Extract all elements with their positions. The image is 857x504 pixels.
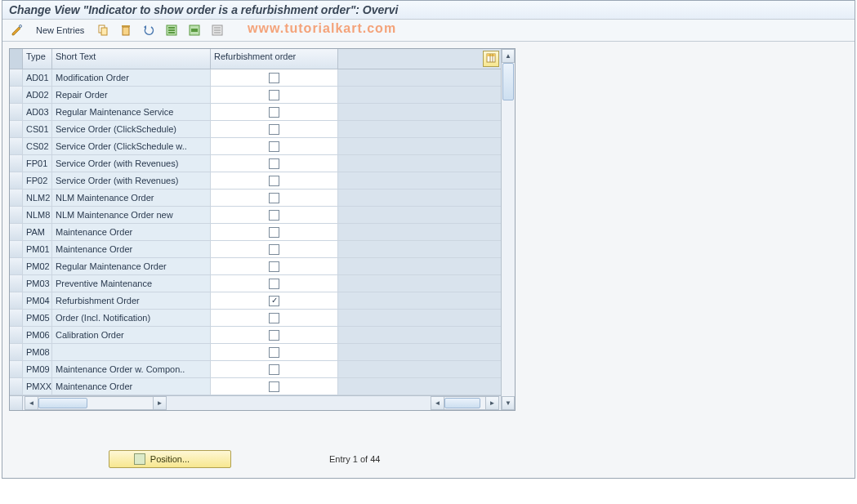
vscroll-down-btn[interactable]: ▼ [502,396,515,410]
table-row[interactable]: AD03Regular Maintenance Service [10,104,501,121]
row-selector[interactable] [10,155,23,172]
refurbishment-checkbox[interactable] [269,107,279,118]
cell-refurbishment[interactable] [211,361,338,377]
cell-short-text[interactable]: Service Order (ClickSchedule) [52,121,211,137]
hscroll-left-thumb[interactable] [38,398,87,408]
hscroll-right-group[interactable]: ◄ ► [431,396,499,410]
cell-refurbishment[interactable] [211,172,338,189]
select-block-button[interactable] [185,22,204,38]
cell-type[interactable]: PM01 [23,241,52,257]
cell-short-text[interactable]: NLM Maintenance Order new [52,207,211,223]
refurbishment-checkbox[interactable] [269,330,279,341]
table-row[interactable]: PMXXMaintenance Order [10,378,501,395]
cell-short-text[interactable]: Service Order (with Revenues) [52,155,211,172]
row-selector-header[interactable] [10,49,23,69]
cell-short-text[interactable]: Refurbishment Order [52,292,211,309]
column-header-type[interactable]: Type [23,49,52,69]
cell-type[interactable]: PMXX [23,378,52,395]
copy-as-button[interactable] [93,22,113,38]
cell-short-text[interactable]: Maintenance Order [52,224,211,240]
hscroll-left-group[interactable]: ◄ ► [25,396,167,410]
cell-type[interactable]: AD02 [23,87,52,103]
cell-type[interactable]: PM09 [23,361,52,377]
cell-type[interactable]: PM03 [23,275,52,292]
refurbishment-checkbox[interactable] [269,279,279,289]
table-row[interactable]: PM02Regular Maintenance Order [10,258,501,275]
refurbishment-checkbox[interactable] [269,210,279,221]
refurbishment-checkbox[interactable] [269,364,279,375]
deselect-all-button[interactable] [208,22,227,38]
table-row[interactable]: PM09Maintenance Order w. Compon.. [10,361,501,378]
row-selector[interactable] [10,344,23,360]
vscroll-up-btn[interactable]: ▲ [502,49,515,63]
table-row[interactable]: PM08 [10,344,501,361]
cell-short-text[interactable]: Preventive Maintenance [52,275,211,292]
select-all-button[interactable] [162,22,181,38]
cell-type[interactable]: FP02 [23,172,52,189]
cell-short-text[interactable]: Repair Order [52,87,211,103]
table-row[interactable]: PM06Calibration Order [10,327,501,344]
cell-type[interactable]: FP01 [23,155,52,172]
cell-refurbishment[interactable] [211,69,338,86]
cell-refurbishment[interactable] [211,87,338,103]
vscroll-track[interactable] [502,63,515,396]
refurbishment-checkbox[interactable] [269,313,279,323]
cell-type[interactable]: PM06 [23,327,52,343]
cell-refurbishment[interactable] [211,344,338,360]
refurbishment-checkbox[interactable] [269,73,279,83]
cell-short-text[interactable]: Maintenance Order [52,241,211,257]
cell-type[interactable]: CS01 [23,121,52,137]
grid-vscroll[interactable]: ▲ ▼ [501,49,515,410]
toggle-change-button[interactable] [7,22,27,38]
cell-refurbishment[interactable] [211,224,338,240]
table-row[interactable]: NLM8NLM Maintenance Order new [10,207,501,224]
row-selector[interactable] [10,292,23,309]
grid-configure-button[interactable] [483,51,499,67]
hscroll-right-thumb[interactable] [444,398,480,408]
row-selector[interactable] [10,327,23,343]
column-header-short-text[interactable]: Short Text [52,49,211,69]
hscroll-left-right-btn[interactable]: ► [153,396,167,410]
hscroll-left-btn[interactable]: ◄ [25,396,38,410]
cell-refurbishment[interactable] [211,241,338,257]
table-row[interactable]: CS02Service Order (ClickSchedule w.. [10,138,501,155]
hscroll-right-track[interactable] [444,396,485,410]
row-selector[interactable] [10,361,23,377]
cell-refurbishment[interactable] [211,378,338,395]
cell-short-text[interactable]: Modification Order [52,69,211,86]
refurbishment-checkbox[interactable] [269,381,279,392]
cell-type[interactable]: PM05 [23,310,52,326]
hscroll-right-left-btn[interactable]: ◄ [431,396,444,410]
cell-short-text[interactable] [52,344,211,360]
row-selector[interactable] [10,138,23,154]
cell-type[interactable]: NLM2 [23,190,52,206]
refurbishment-checkbox[interactable]: ✓ [269,296,279,306]
cell-short-text[interactable]: Service Order (ClickSchedule w.. [52,138,211,154]
cell-type[interactable]: PM02 [23,258,52,274]
hscroll-left-track[interactable] [38,396,153,410]
refurbishment-checkbox[interactable] [269,347,279,358]
table-row[interactable]: FP01Service Order (with Revenues) [10,155,501,172]
cell-short-text[interactable]: NLM Maintenance Order [52,190,211,206]
row-selector[interactable] [10,310,23,326]
cell-refurbishment[interactable] [211,275,338,292]
refurbishment-checkbox[interactable] [269,158,279,169]
cell-short-text[interactable]: Regular Maintenance Service [52,104,211,120]
position-button[interactable]: Position... [109,450,231,468]
row-selector[interactable] [10,190,23,206]
refurbishment-checkbox[interactable] [269,176,279,186]
row-selector[interactable] [10,224,23,240]
row-selector[interactable] [10,69,23,86]
cell-refurbishment[interactable] [211,258,338,274]
cell-short-text[interactable]: Calibration Order [52,327,211,343]
cell-refurbishment[interactable] [211,138,338,154]
refurbishment-checkbox[interactable] [269,244,279,255]
cell-short-text[interactable]: Service Order (with Revenues) [52,172,211,189]
refurbishment-checkbox[interactable] [269,227,279,238]
cell-refurbishment[interactable] [211,190,338,206]
table-row[interactable]: PM04Refurbishment Order✓ [10,292,501,310]
row-selector[interactable] [10,87,23,103]
row-selector[interactable] [10,121,23,137]
table-row[interactable]: CS01Service Order (ClickSchedule) [10,121,501,138]
hscroll-right-btn[interactable]: ► [485,396,499,410]
